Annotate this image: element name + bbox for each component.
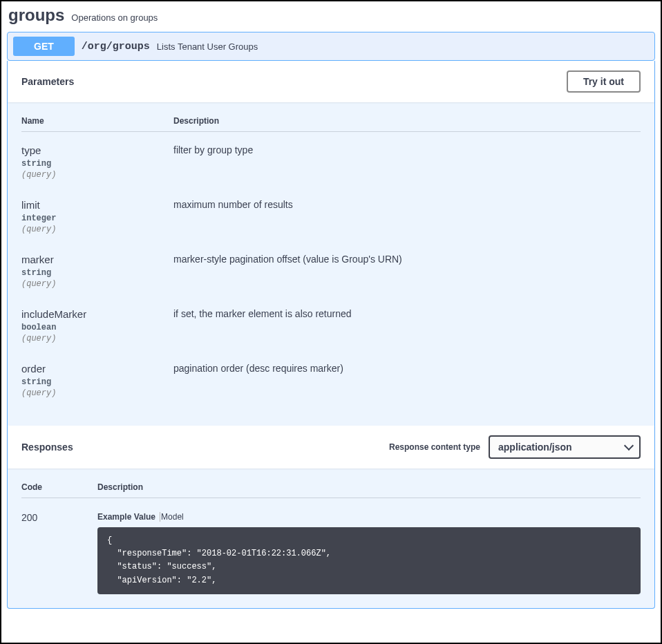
parameter-row: marker string (query) marker-style pagin… [21, 254, 641, 289]
parameter-row: type string (query) filter by group type [21, 144, 641, 180]
param-location: (query) [21, 170, 173, 180]
param-type: string [21, 159, 173, 169]
parameters-section-header: Parameters Try it out [8, 61, 654, 102]
endpoint-summary: Lists Tenant User Groups [157, 41, 258, 52]
response-description-block: Example Value Model { "responseTime": "2… [97, 512, 641, 594]
parameters-table-header: Name Description [21, 116, 641, 132]
param-location: (query) [21, 334, 173, 343]
tab-example-value[interactable]: Example Value [97, 512, 160, 522]
http-method-badge: GET [13, 37, 75, 56]
response-content-type-select[interactable]: application/json [489, 435, 641, 459]
param-type: string [21, 268, 173, 278]
page-title: groups [8, 6, 64, 25]
operation-block: GET /org/groups Lists Tenant User Groups… [7, 32, 655, 609]
param-description: filter by group type [173, 144, 641, 180]
column-header-description: Description [97, 482, 641, 492]
param-description: marker-style pagination offset (value is… [173, 254, 641, 289]
column-header-description: Description [173, 116, 641, 126]
parameter-row: limit integer (query) maximum number of … [21, 199, 641, 234]
param-type: boolean [21, 323, 173, 332]
response-content-type-wrap: Response content type application/json [389, 435, 641, 459]
responses-heading: Responses [21, 442, 73, 453]
param-type: string [21, 377, 173, 387]
tab-model[interactable]: Model [161, 512, 188, 522]
column-header-name: Name [21, 116, 173, 126]
param-name: limit [21, 199, 173, 211]
parameters-heading: Parameters [21, 76, 74, 87]
example-json-block[interactable]: { "responseTime": "2018-02-01T16:22:31.0… [97, 527, 641, 594]
param-location: (query) [21, 388, 173, 398]
param-name: includeMarker [21, 308, 173, 320]
responses-table-header: Code Description [21, 482, 641, 498]
operation-header[interactable]: GET /org/groups Lists Tenant User Groups [7, 32, 655, 61]
responses-table: Code Description 200 Example Value Model… [8, 468, 654, 608]
endpoint-path: /org/groups [82, 41, 150, 53]
parameters-table: Name Description type string (query) fil… [8, 102, 654, 426]
page-header: groups Operations on groups [1, 1, 661, 32]
param-type: integer [21, 214, 173, 223]
response-code: 200 [21, 512, 97, 594]
param-description: maximum number of results [173, 199, 641, 234]
response-row: 200 Example Value Model { "responseTime"… [21, 512, 641, 594]
parameter-row: order string (query) pagination order (d… [21, 363, 641, 398]
page-subtitle: Operations on groups [71, 12, 158, 23]
param-location: (query) [21, 279, 173, 289]
parameter-row: includeMarker boolean (query) if set, th… [21, 308, 641, 343]
param-name: marker [21, 254, 173, 265]
try-it-out-button[interactable]: Try it out [567, 70, 641, 93]
param-name: order [21, 363, 173, 375]
response-tabs: Example Value Model [97, 512, 641, 522]
param-location: (query) [21, 225, 173, 234]
param-description: if set, the marker element is also retur… [173, 308, 641, 343]
responses-section-header: Responses Response content type applicat… [8, 426, 654, 468]
param-description: pagination order (desc requires marker) [173, 363, 641, 398]
operation-body: Parameters Try it out Name Description t… [7, 61, 655, 609]
column-header-code: Code [21, 482, 97, 492]
param-name: type [21, 144, 173, 156]
response-content-type-label: Response content type [389, 442, 480, 452]
